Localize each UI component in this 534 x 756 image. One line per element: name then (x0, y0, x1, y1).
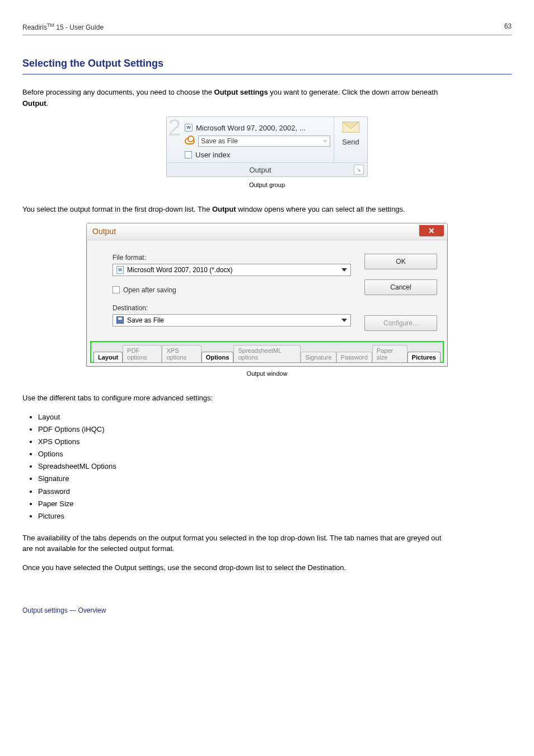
list-item: XPS Options (38, 436, 512, 448)
list-item: Pictures (38, 510, 512, 522)
tab-layout[interactable]: Layout (93, 352, 123, 362)
page-title: Selecting the Output Settings (22, 58, 512, 74)
options-tab-strip: Layout PDF options XPS options Options S… (90, 341, 444, 363)
tab-xps-options[interactable]: XPS options (162, 345, 201, 362)
file-format-dropdown[interactable]: W Microsoft Word 2007, 2010 (*.docx) (113, 264, 351, 276)
footer-link: Output settings — Overview (22, 606, 512, 614)
tab-spreadsheetml[interactable]: SpreadsheetML options (233, 345, 301, 362)
tab-pdf-options[interactable]: PDF options (123, 345, 162, 362)
file-format-value: Microsoft Word 2007, 2010 (*.docx) (127, 266, 233, 274)
cloud-icon (185, 138, 195, 144)
ribbon-output-group: 2 W Microsoft Word 97, 2000, 2002, ... S… (166, 116, 368, 177)
header-page-number: 63 (504, 22, 512, 31)
cancel-button[interactable]: Cancel (364, 279, 437, 295)
word-icon: W (185, 124, 193, 132)
tabs-intro: Use the different tabs to configure more… (22, 393, 442, 404)
tab-options[interactable]: Options (202, 352, 234, 362)
tab-pictures[interactable]: Pictures (407, 352, 441, 362)
ok-button[interactable]: OK (364, 254, 437, 269)
paragraph-3: The availability of the tabs depends on … (22, 533, 442, 554)
open-after-saving-checkbox[interactable] (113, 286, 120, 293)
list-item: SpreadsheetML Options (38, 460, 512, 473)
user-index-label: User index (195, 151, 230, 159)
destination-label: Destination: (113, 304, 351, 312)
save-icon (116, 316, 124, 324)
list-item: Paper Size (38, 498, 512, 510)
tab-password[interactable]: Password (336, 352, 372, 362)
chevron-down-icon (341, 268, 347, 272)
list-item: Layout (38, 411, 512, 423)
chevron-down-icon (323, 140, 327, 143)
save-as-value: Save as File (201, 137, 238, 145)
configure-button[interactable]: Configure... (364, 315, 437, 331)
file-format-label: File format: (113, 254, 351, 262)
tab-paper-size[interactable]: Paper size (372, 345, 407, 362)
intro-paragraph: Before processing any documents, you nee… (22, 87, 442, 109)
list-item: Options (38, 448, 512, 460)
chevron-down-icon (341, 319, 347, 322)
dialog-launcher-icon[interactable]: ↘ (354, 165, 364, 175)
docx-icon: W (116, 266, 124, 274)
list-item: PDF Options (iHQC) (38, 423, 512, 436)
paragraph-2: You select the output format in the firs… (22, 204, 442, 215)
destination-value: Save as File (127, 316, 164, 324)
format-label: Microsoft Word 97, 2000, 2002, ... (196, 124, 306, 132)
send-icon[interactable] (342, 120, 360, 136)
open-after-saving-label: Open after saving (123, 286, 176, 294)
output-dialog: Output ✕ File format: W Microsoft Word 2… (86, 223, 448, 367)
close-button[interactable]: ✕ (419, 225, 444, 236)
tab-signature[interactable]: Signature (301, 352, 336, 362)
ribbon-caption: Output group (22, 181, 512, 188)
dialog-caption: Output window (22, 370, 512, 377)
tabs-list: Layout PDF Options (iHQC) XPS Options Op… (38, 411, 512, 522)
running-header: ReadirisTM 15 - User Guide 63 (22, 22, 512, 35)
paragraph-4: Once you have selected the Output settin… (22, 562, 442, 573)
header-left: ReadirisTM 15 - User Guide (22, 22, 104, 31)
save-as-combo[interactable]: Save as File (198, 136, 330, 147)
dialog-title: Output (92, 227, 116, 236)
destination-dropdown[interactable]: Save as File (113, 314, 351, 326)
user-index-checkbox[interactable] (185, 151, 192, 158)
list-item: Signature (38, 473, 512, 485)
send-label: Send (342, 138, 359, 146)
ribbon-section-title: Output (167, 166, 354, 174)
list-item: Password (38, 486, 512, 498)
